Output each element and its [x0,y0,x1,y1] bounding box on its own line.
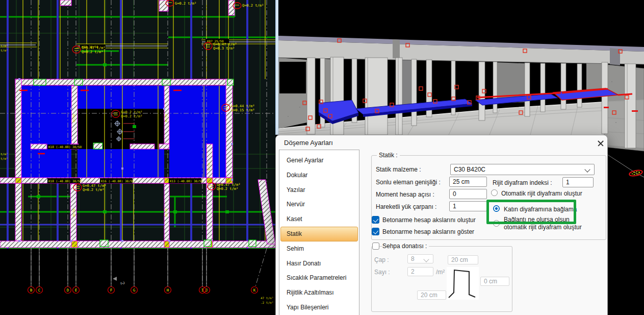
sidebar-item-statik[interactable]: Statik [280,227,358,241]
beam-label: K18 (-40.08) 30/50 [48,179,82,183]
bottom-spacing-input[interactable]: 20 cm [417,290,446,300]
load-label-g: Q=0.2 t/m² [242,4,264,8]
axis-bubble: H [167,288,169,293]
axis-bubble: E [75,288,78,293]
moment-acisi-value: 0 [453,190,456,198]
load-label-g: G=0.2 t/m² [121,110,142,114]
sayi-input[interactable]: 2 [407,267,433,276]
axis-bubble: J [205,288,208,293]
hareketli-yuk-label: Hareketli yük çarpanı : [376,203,436,210]
radio-otomatik-rijit[interactable] [491,189,498,196]
axis-bubble: F [110,288,113,293]
top-spacing-input[interactable]: 20 cm [448,255,478,264]
sayi-value: 2 [411,268,415,275]
axis-bubble: B [30,288,33,293]
statik-malzeme-value: C30 B420C [454,166,485,173]
sidebar-item-kaset[interactable]: Kaset [280,212,358,227]
axis-bubble: K [253,288,256,293]
load-label-g: G=0.2 t/m² [175,2,196,6]
axis-bubble: C [38,288,41,293]
sidebar-item-dokular[interactable]: Dokular [280,168,358,183]
highlight-annotation [486,200,576,224]
load-label-g: G=0.47 t/m² [217,183,240,187]
svg-text:47 t/m²: 47 t/m² [261,296,273,300]
bottom-spacing-value: 20 cm [421,292,437,299]
sidebar-item-yapi-bilesenleri[interactable]: Yapı Bileşenleri [280,300,358,315]
cap-select[interactable]: 8 [407,254,433,263]
hareketli-yuk-value: 1 [453,203,456,210]
checkbox-aks-olustur[interactable] [372,216,379,224]
statik-malzeme-label: Statik malzeme : [376,166,421,173]
cap-value: 8 [411,255,415,262]
top-spacing-value: 20 cm [451,256,468,263]
wall-label: 30/50 [165,208,168,217]
load-label-q: Q=0.2 t/m² [121,114,142,118]
load-label-q: Q=0.2 t/m² [217,187,238,191]
checkbox-aks-olustur-label[interactable]: Betonarme hesap akslarını oluştur [382,216,476,224]
sidebar-item-yazilar[interactable]: Yazılar [280,183,358,198]
slab-settings-dialog: Döşeme Ayarları Genel Ayarlar Dokular Ya… [275,135,608,315]
checkbox-sehpa-donatisi[interactable] [372,243,379,250]
statik-group-legend: Statik : [377,152,400,159]
stirrup-diagram [447,267,479,300]
right-offset-input[interactable]: 0 cm [480,277,509,286]
load-label-q: Q=0.2 t/m² [82,50,103,54]
pane-splitter[interactable] [275,0,278,135]
close-icon[interactable] [597,140,604,147]
axis-bubble: I [201,288,204,293]
sonlu-eleman-label: Sonlu eleman genişliği : [376,179,441,186]
stirrup-shape [449,270,475,298]
rijit-indeks-label: Rijit diyafram indeksi : [493,179,552,186]
plan-canvas[interactable]: K08 30/50 K07 25/50 K18 (-40.08) 30/50 K… [0,0,275,315]
load-label-g: G=0.44 t/m² [231,104,254,108]
sonlu-eleman-input[interactable]: 25 cm [449,177,487,187]
sidebar-item-sehim[interactable]: Sehim [280,241,358,256]
wall-label: 30/50 [208,162,211,171]
sayi-label: Sayı : [374,269,390,276]
statik-malzeme-select[interactable]: C30 B420C [450,164,595,175]
wall-label: 30/50 [72,208,75,217]
sayi-unit-label: /m² [436,269,445,276]
app-window: K08 30/50 K07 25/50 K18 (-40.08) 30/50 K… [0,0,644,315]
rijit-indeks-input[interactable]: 1 [562,177,594,187]
sehpa-legend[interactable]: Sehpa donatısı : [382,243,429,250]
dialog-title: Döşeme Ayarları [284,139,333,147]
svg-text:t/m²: t/m² [1,157,8,160]
load-label-g: G=0.47 t/m² [213,42,237,46]
plan-view-2d[interactable]: K08 30/50 K07 25/50 K18 (-40.08) 30/50 K… [0,0,275,315]
rijit-indeks-value: 1 [566,179,570,186]
sidebar-item-rijitlik-azaltilmasi[interactable]: Rijitlik Azaltılması [280,285,358,300]
checkbox-aks-goster[interactable] [372,228,379,235]
moment-acisi-label: Moment hesap açısı : [376,191,434,198]
svg-text:t/m²: t/m² [1,152,8,156]
dialog-sidebar: Genel Ayarlar Dokular Yazılar Nervür Kas… [279,150,359,315]
selected-slabs[interactable] [20,86,226,180]
axis-bubble: D [67,288,69,293]
moment-acisi-input[interactable]: 0 [449,189,487,199]
svg-text:.2 t/m²: .2 t/m² [261,301,273,304]
right-offset-value: 0 cm [484,278,497,285]
hareketli-yuk-input[interactable]: 1 [449,201,487,211]
beam-label: K13 (-40.08) 30/50 [170,179,203,183]
chevron-down-icon [423,256,429,262]
sidebar-item-genel-ayarlar[interactable]: Genel Ayarlar [280,153,358,168]
wall-label: 30/50 [165,114,168,123]
radio-otomatik-rijit-label[interactable]: Otomatik rijit diyaframı oluştur [501,190,582,197]
sidebar-item-nervur[interactable]: Nervür [280,197,358,212]
wall-label: 30/50 [72,114,75,123]
load-label-q: Q=0.15 t/m² [231,108,254,112]
sidebar-item-sicaklik-parametreleri[interactable]: Sıcaklık Parametreleri [280,271,358,285]
load-label-q: Q=0.3 t/m² [213,46,235,51]
axis-bubble: G [133,288,136,293]
chevron-down-icon [584,166,590,172]
sidebar-item-hasir-donati[interactable]: Hasır Donatı [280,256,358,271]
svg-text:t/m²: t/m² [1,49,8,52]
checkbox-aks-goster-label[interactable]: Betonarme hesap akslarını göster [382,228,474,235]
beam-label: K18 (-40.08) 30/50 [48,145,82,149]
cap-label: Çap : [374,256,389,263]
sonlu-eleman-value: 25 cm [453,178,470,185]
load-label-g: G=0.47 t/m² [82,46,105,50]
radio-baglanti-label-line2[interactable]: otomatik rijit diyafram oluştur [504,224,582,231]
load-label-q: Q=0.2 t/m² [83,188,104,192]
beam-label: K16 (-40.08) 30/50 [101,179,134,183]
